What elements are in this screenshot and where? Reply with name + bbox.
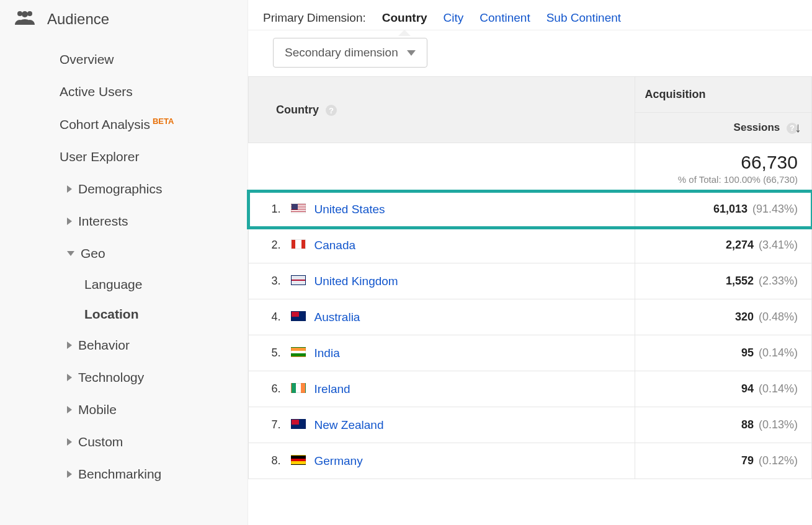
caret-right-icon: [67, 218, 72, 225]
sidebar-group-label: Geo: [81, 246, 105, 261]
table-row[interactable]: 8.Germany79(0.12%): [249, 443, 812, 479]
sidebar-subitem-location[interactable]: Location: [0, 299, 248, 329]
header-text: Acquisition: [645, 88, 706, 100]
sidebar-subitem-language[interactable]: Language: [0, 270, 248, 299]
sidebar-item-active-users[interactable]: Active Users: [0, 76, 248, 108]
country-link[interactable]: United Kingdom: [311, 263, 635, 299]
flag-cell: [286, 192, 311, 227]
sessions-cell: 95(0.14%): [635, 335, 811, 371]
sessions-value: 88: [741, 418, 754, 431]
country-link[interactable]: Australia: [311, 299, 635, 335]
sidebar-group-label: Benchmarking: [78, 467, 161, 482]
data-table: Country ? Acquisition Sessions ? ↓ 66,7: [248, 76, 812, 479]
flag-icon: [291, 383, 306, 393]
tab-country[interactable]: Country: [382, 11, 427, 25]
sidebar-group-label: Custom: [78, 435, 123, 449]
flag-cell: [286, 263, 311, 299]
flag-cell: [286, 335, 311, 371]
sidebar-group-benchmarking[interactable]: Benchmarking: [0, 458, 248, 490]
caret-right-icon: [67, 342, 72, 349]
sidebar: Audience Overview Active Users Cohort An…: [0, 0, 248, 525]
sidebar-group-custom[interactable]: Custom: [0, 426, 248, 458]
column-header-country[interactable]: Country ?: [249, 77, 635, 143]
sidebar-title: Audience: [47, 11, 109, 28]
caret-right-icon: [67, 470, 72, 478]
flag-icon: [291, 275, 306, 285]
column-group-acquisition: Acquisition: [635, 77, 811, 113]
main-content: Primary Dimension: Country City Continen…: [248, 0, 812, 525]
sessions-cell: 94(0.14%): [635, 371, 811, 407]
sidebar-group-geo[interactable]: Geo: [0, 237, 248, 270]
sessions-value: 61,013: [713, 203, 747, 215]
sidebar-group-label: Mobile: [78, 402, 117, 417]
sessions-percent: (0.48%): [759, 311, 798, 323]
sidebar-item-cohort-analysis[interactable]: Cohort Analysis: [0, 108, 248, 141]
row-rank: 2.: [249, 227, 286, 263]
sessions-percent: (3.41%): [759, 239, 798, 251]
flag-cell: [286, 371, 311, 407]
tab-city[interactable]: City: [444, 11, 464, 25]
sessions-value: 94: [741, 382, 754, 395]
country-link[interactable]: Ireland: [311, 371, 635, 407]
flag-cell: [286, 299, 311, 335]
tab-continent[interactable]: Continent: [480, 11, 530, 25]
audience-icon: [15, 10, 35, 29]
sessions-cell: 79(0.12%): [635, 443, 811, 479]
row-rank: 4.: [249, 299, 286, 335]
secondary-dimension-row: Secondary dimension: [248, 30, 812, 76]
primary-dimension-label: Primary Dimension:: [263, 11, 366, 25]
column-header-sessions[interactable]: Sessions ? ↓: [635, 113, 811, 143]
sessions-value: 320: [735, 311, 754, 323]
flag-icon: [291, 203, 306, 213]
sidebar-item-user-explorer[interactable]: User Explorer: [0, 141, 248, 173]
svg-point-0: [17, 11, 22, 16]
sidebar-group-label: Interests: [78, 214, 128, 229]
table-row[interactable]: 6.Ireland94(0.14%): [249, 371, 812, 407]
sessions-value: 1,552: [726, 275, 754, 287]
table-row[interactable]: 4.Australia320(0.48%): [249, 299, 812, 335]
header-text: Sessions: [734, 121, 780, 133]
table-row[interactable]: 1.United States61,013(91.43%): [249, 192, 812, 227]
table-row[interactable]: 3.United Kingdom1,552(2.33%): [249, 263, 812, 299]
secondary-dimension-label: Secondary dimension: [285, 46, 398, 60]
totals-row: 66,730 % of Total: 100.00% (66,730): [249, 143, 812, 192]
header-text: Country: [276, 104, 319, 116]
sessions-cell: 1,552(2.33%): [635, 263, 811, 299]
sidebar-group-behavior[interactable]: Behavior: [0, 329, 248, 361]
tab-sub-continent[interactable]: Sub Continent: [547, 11, 621, 25]
sidebar-group-technology[interactable]: Technology: [0, 361, 248, 394]
sidebar-group-label: Demographics: [78, 182, 162, 196]
sidebar-group-mobile[interactable]: Mobile: [0, 394, 248, 426]
sessions-percent: (2.33%): [759, 275, 798, 287]
table-row[interactable]: 7.New Zealand88(0.13%): [249, 407, 812, 443]
empty-cell: [249, 143, 635, 192]
sessions-value: 79: [741, 454, 754, 467]
row-rank: 5.: [249, 335, 286, 371]
row-rank: 1.: [249, 192, 286, 227]
sessions-percent: (0.12%): [759, 454, 798, 467]
caret-down-icon: [407, 50, 416, 56]
primary-dimension-bar: Primary Dimension: Country City Continen…: [248, 0, 812, 30]
country-link[interactable]: Germany: [311, 443, 635, 479]
sidebar-group-label: Behavior: [78, 338, 130, 353]
table-row[interactable]: 2.Canada2,274(3.41%): [249, 227, 812, 263]
secondary-dimension-button[interactable]: Secondary dimension: [273, 38, 427, 68]
help-icon[interactable]: ?: [326, 105, 337, 116]
country-link[interactable]: New Zealand: [311, 407, 635, 443]
sidebar-group-demographics[interactable]: Demographics: [0, 173, 248, 205]
caret-right-icon: [67, 374, 72, 381]
total-subtext: % of Total: 100.00% (66,730): [645, 174, 798, 185]
sessions-value: 2,274: [726, 239, 754, 251]
country-link[interactable]: United States: [311, 192, 635, 227]
flag-icon: [291, 419, 306, 429]
flag-icon: [291, 455, 306, 465]
country-link[interactable]: Canada: [311, 227, 635, 263]
caret-right-icon: [67, 438, 72, 446]
sessions-cell: 2,274(3.41%): [635, 227, 811, 263]
sessions-cell: 320(0.48%): [635, 299, 811, 335]
sidebar-item-overview[interactable]: Overview: [0, 43, 248, 76]
table-row[interactable]: 5.India95(0.14%): [249, 335, 812, 371]
country-link[interactable]: India: [311, 335, 635, 371]
sidebar-group-interests[interactable]: Interests: [0, 205, 248, 237]
caret-right-icon: [67, 406, 72, 413]
